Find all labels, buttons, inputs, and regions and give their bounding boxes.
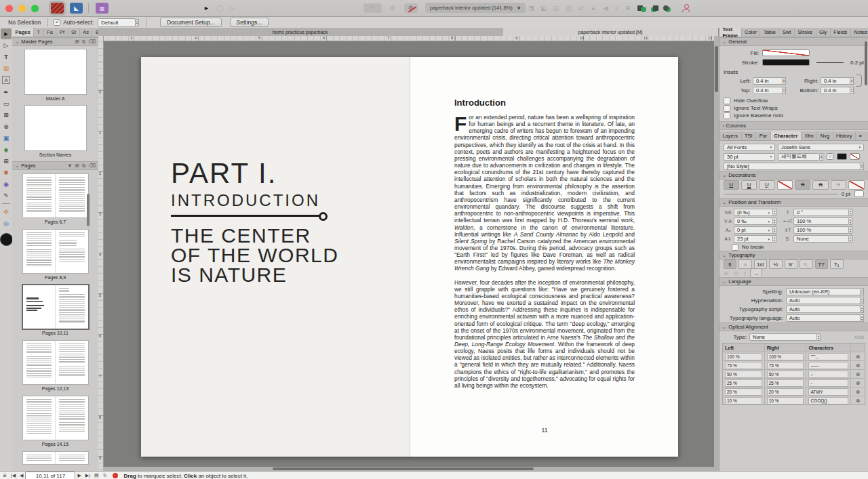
auto-select-checkbox[interactable]: ✓ (54, 19, 60, 26)
inset-right-stepper[interactable]: ▴▾ (850, 77, 854, 85)
tab-table[interactable]: Table (760, 28, 779, 37)
left-pct-field[interactable]: 75 % (725, 362, 762, 369)
double-strikethrough-button[interactable]: S (812, 180, 828, 190)
master-pages-header[interactable]: ⌄ Master Pages ⊞ ⧉ ⌫ (12, 37, 98, 46)
crop-tool-icon[interactable]: ⊞ (1, 156, 12, 167)
inset-left-stepper[interactable]: ▴▾ (783, 77, 786, 85)
paragraph-style-stepper[interactable]: ▴▾ (861, 163, 864, 170)
tab-pf[interactable]: Pf (56, 28, 68, 37)
ignore-baseline-grid-checkbox[interactable] (724, 112, 730, 119)
tab-as[interactable]: As (80, 28, 93, 37)
collapse-chevron-icon[interactable]: ⌄ (15, 39, 19, 45)
collapse-chevron-icon[interactable]: ⌄ (722, 252, 726, 258)
small-caps-button[interactable]: T₁ (830, 259, 844, 269)
inset-bottom-stepper[interactable]: ▴▾ (850, 87, 854, 94)
new-master-icon[interactable]: ⊞ (75, 39, 79, 45)
inset-top-stepper[interactable]: ▴▾ (783, 87, 786, 94)
delete-row-icon[interactable]: ⊗ (851, 396, 865, 404)
tracking-stepper[interactable]: ▴▾ (773, 217, 776, 225)
account-person-icon[interactable] (682, 4, 690, 12)
favorite-star-icon[interactable]: ★ (517, 5, 521, 11)
left-pct-field[interactable]: 10 % (725, 397, 762, 404)
fill-color-indicator[interactable] (0, 233, 13, 246)
v-scale-stepper[interactable]: ▴▾ (849, 226, 852, 234)
inset-bottom-field[interactable]: 0.4 in (821, 87, 850, 94)
tab-t[interactable]: T (34, 28, 44, 37)
tab-notes[interactable]: Notes (851, 28, 868, 37)
last-page-button[interactable]: ▶| (85, 473, 90, 478)
section-names-thumbnail[interactable] (25, 106, 86, 150)
no-strikethrough-button[interactable] (848, 180, 864, 190)
typography-script-dropdown[interactable]: Auto (786, 306, 861, 313)
inset-left-field[interactable]: 0.4 in (753, 77, 783, 85)
characters-field[interactable]: ATWY (808, 388, 848, 396)
arrange-objects-icon[interactable] (663, 4, 672, 12)
decorations-section-header[interactable]: ⌄Decorations (719, 171, 868, 180)
selection-cursor-icon[interactable]: ► (203, 5, 210, 12)
tab-swatches[interactable]: Swt (779, 28, 795, 37)
hyphenation-dropdown[interactable]: Auto (786, 297, 861, 304)
language-section-header[interactable]: ⌄Language (719, 277, 868, 286)
stroke-swatch-black[interactable] (762, 59, 810, 66)
selection-tool-icon[interactable]: ► (1, 28, 12, 39)
type-tool-icon[interactable]: T (1, 51, 12, 62)
layout-app-icon[interactable] (51, 3, 64, 14)
page-spread[interactable]: PART I. INTRODUCTION THE CENTER OF THE W… (141, 57, 678, 457)
vertical-text-checkbox[interactable]: V (827, 153, 833, 160)
collapse-chevron-icon[interactable]: ⌄ (15, 163, 19, 169)
duplicate-master-icon[interactable]: ⧉ (82, 39, 85, 45)
spread-item[interactable]: Pages 6,7 (12, 174, 98, 224)
strikethrough-button[interactable]: S (795, 180, 810, 190)
right-page[interactable]: Introduction For an extended period, nat… (410, 57, 678, 457)
alt-strikethrough-button[interactable]: S (831, 180, 846, 190)
spread-item-selected[interactable]: Pages 10,11 (12, 285, 98, 335)
spread-item[interactable]: Pages 8,9 (12, 230, 98, 280)
graphic-frame-tool-icon[interactable]: ⊠ (1, 110, 12, 121)
characters-field[interactable]: – (808, 371, 848, 378)
link-insets-icon[interactable] (856, 75, 862, 87)
typography-section-header[interactable]: ⌄Typography (719, 251, 868, 259)
tab-par[interactable]: Par (756, 131, 771, 140)
document-setup-button[interactable]: Document Setup... (160, 18, 221, 27)
optical-type-stepper[interactable]: ▴▾ (817, 333, 821, 341)
layout-frame-tool-icon[interactable]: ▥ (1, 63, 12, 74)
typography-language-stepper[interactable]: ▴▾ (861, 314, 864, 322)
right-pct-field[interactable]: 50 % (767, 371, 804, 378)
tab-stroke[interactable]: Stroke (795, 28, 816, 37)
inset-right-field[interactable]: 0.4 in (821, 77, 850, 85)
general-section-header[interactable]: ⌄General (719, 37, 868, 46)
pages-header[interactable]: ⌄ Pages ▼ ⊞ ⧉ ⌫ (12, 161, 98, 170)
no-underline-button[interactable] (777, 180, 793, 190)
right-pct-field[interactable]: 20 % (767, 388, 804, 396)
tab-fields[interactable]: Fields (831, 28, 851, 37)
next-page-button[interactable]: ▶ (77, 473, 81, 478)
add-rule-button[interactable]: Add (854, 334, 864, 340)
font-size-dropdown[interactable]: 30 pt▾ (724, 153, 775, 161)
effect-field[interactable]: None (793, 235, 849, 243)
preflight-error-icon[interactable] (113, 473, 118, 478)
ignore-text-wraps-checkbox[interactable] (724, 105, 730, 112)
auto-select-dropdown[interactable]: Default (98, 18, 136, 27)
characters-field[interactable]: ""''., (808, 353, 848, 360)
typography-script-stepper[interactable]: ▴▾ (861, 306, 864, 313)
left-pct-field[interactable]: 50 % (725, 371, 762, 378)
baseline-shift-stepper[interactable]: ▴▾ (773, 226, 776, 234)
spread-item[interactable] (12, 452, 98, 464)
tab-pages[interactable]: Pages (12, 28, 34, 37)
optical-alignment-header[interactable]: ⌄Optical Alignment (719, 322, 868, 331)
page-view-icon[interactable]: ▤ (94, 473, 99, 478)
left-pct-field[interactable]: 20 % (725, 388, 762, 396)
left-pct-field[interactable]: 100 % (725, 353, 762, 360)
font-style-field[interactable]: 세미볼드체 (778, 153, 820, 161)
hide-overflow-checkbox[interactable] (724, 98, 730, 104)
settings-button[interactable]: Settings... (230, 18, 269, 27)
purple-app-icon[interactable]: ▦ (96, 3, 108, 14)
effect-stepper[interactable]: ▴▾ (849, 235, 852, 243)
delete-master-icon[interactable]: ⌫ (88, 39, 96, 45)
text-frame-tool-icon[interactable]: A (2, 76, 10, 84)
tab-nvg[interactable]: Nvg (817, 131, 833, 140)
text-background-swatch-none[interactable] (850, 153, 860, 160)
tab-fa[interactable]: Fa (44, 28, 57, 37)
kerning-field[interactable]: (0 ‰)▾ (734, 209, 773, 216)
vertical-scrollbar[interactable] (714, 36, 719, 467)
